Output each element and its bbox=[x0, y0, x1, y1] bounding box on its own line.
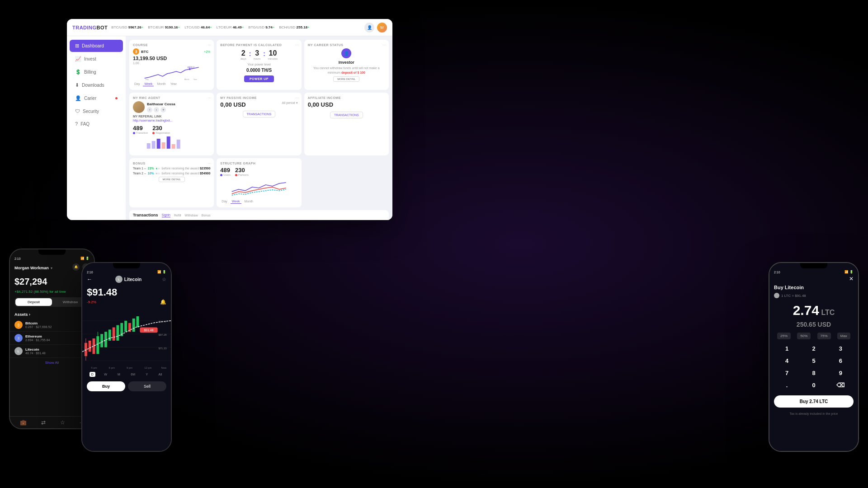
scene: TRADINGBOT BTC/USD 9967.26+ BTC/EUR 9190… bbox=[0, 0, 868, 488]
num-3[interactable]: 3 bbox=[828, 343, 854, 354]
num-6[interactable]: 6 bbox=[828, 355, 854, 366]
phone2-tab-d[interactable]: D bbox=[90, 372, 95, 377]
period-select[interactable]: All period ▾ bbox=[282, 101, 298, 105]
more-detail-button[interactable]: MORE DETAIL bbox=[333, 76, 359, 82]
pct-max-button[interactable]: Max bbox=[837, 333, 850, 339]
num-4[interactable]: 4 bbox=[774, 355, 800, 366]
trans-tab-bonus[interactable]: Bonus bbox=[202, 213, 211, 217]
structure-tab-day[interactable]: Day bbox=[220, 199, 228, 204]
ticker-ltcusd: LTC/USD 46.64+ bbox=[184, 25, 212, 29]
phone1-bell-icon[interactable]: 🔔 bbox=[72, 263, 80, 271]
course-menu[interactable]: ··· bbox=[208, 42, 212, 47]
structure-tab-week[interactable]: Week bbox=[231, 199, 241, 204]
chart-tab-day[interactable]: Day bbox=[133, 82, 141, 86]
svg-rect-6 bbox=[152, 141, 156, 149]
chart-tab-year[interactable]: Year bbox=[169, 82, 178, 86]
payment-menu[interactable]: ··· bbox=[295, 42, 299, 47]
facebook-icon[interactable]: f bbox=[147, 107, 152, 113]
power-value: 0.0000 TH/S bbox=[220, 68, 297, 73]
security-icon: 🛡 bbox=[75, 108, 80, 114]
phone2-header: ← Ł Litecoin ☆ bbox=[82, 274, 171, 285]
num-dot[interactable]: . bbox=[774, 380, 800, 391]
phone3-close-button[interactable]: ✕ bbox=[769, 274, 858, 284]
num-0[interactable]: 0 bbox=[801, 380, 826, 391]
ltc-asset-name: Litecoin bbox=[25, 347, 46, 352]
power-level-label: Your power level bbox=[220, 63, 297, 66]
countdown-hours: 3 hours bbox=[254, 49, 260, 60]
phone2-notch bbox=[113, 263, 140, 268]
avatar[interactable]: M bbox=[377, 23, 387, 33]
phone2-tab-y[interactable]: Y bbox=[144, 372, 150, 377]
bonus-more-detail-button[interactable]: MORE DETAIL bbox=[159, 177, 185, 182]
investor-title: Investor bbox=[308, 60, 385, 65]
trans-tab-withdraw[interactable]: Withdraw bbox=[185, 213, 198, 217]
phone3-buy-button[interactable]: Buy 2.74 LTC bbox=[774, 395, 854, 408]
num-7[interactable]: 7 bbox=[774, 367, 800, 379]
svg-text:Now: Now bbox=[161, 366, 167, 369]
structure-tab-month[interactable]: Month bbox=[243, 199, 255, 204]
num-backspace[interactable]: ⌫ bbox=[828, 380, 854, 391]
nav-star-icon[interactable]: ☆ bbox=[60, 419, 65, 426]
pct-75-button[interactable]: 75% bbox=[817, 333, 831, 339]
ticker-bar: BTC/USD 9967.26+ BTC/EUR 9190.16+ LTC/US… bbox=[111, 25, 361, 29]
num-8[interactable]: 8 bbox=[801, 367, 826, 379]
phone3-disclaimer: Tax is already included in the price bbox=[769, 410, 858, 417]
chart-tab-month[interactable]: Month bbox=[156, 82, 167, 86]
sidebar-item-invest[interactable]: 📈 Invest bbox=[70, 53, 123, 65]
num-2[interactable]: 2 bbox=[801, 343, 826, 354]
career-menu[interactable]: ··· bbox=[382, 42, 386, 47]
num-1[interactable]: 1 bbox=[774, 343, 800, 354]
num-5[interactable]: 5 bbox=[801, 355, 826, 366]
btc-asset-amount: 0.267 · $27,698.52 bbox=[25, 325, 52, 328]
affiliate-transactions-button[interactable]: TRANSACTIONS bbox=[330, 112, 363, 118]
bonus-team1-label: Team 1 – bbox=[133, 167, 146, 170]
logo-trading: TRADING bbox=[72, 25, 97, 30]
phone2-buy-button[interactable]: Buy bbox=[87, 381, 125, 391]
agent-menu[interactable]: ··· bbox=[208, 95, 212, 100]
phone2-back-button[interactable]: ← bbox=[87, 276, 92, 282]
phone2-sell-button[interactable]: Sell bbox=[128, 381, 166, 391]
notification-icon[interactable]: 👤 bbox=[364, 23, 374, 33]
phone2-ltc-icon: Ł bbox=[115, 276, 123, 283]
deposit-highlight: deposit of $ 100 bbox=[341, 71, 365, 74]
chart-tab-week[interactable]: Week bbox=[143, 82, 154, 86]
content: COURSE ··· ₿ BTC +2% 13,199.50 USD 1.00 bbox=[126, 36, 392, 220]
transactions-button[interactable]: TRANSACTIONS bbox=[243, 111, 276, 117]
phone2-star-icon[interactable]: ☆ bbox=[162, 277, 166, 282]
cards-row-2: MY RMC AGENT ··· Balthasar Cossa f t ✈ bbox=[129, 93, 389, 155]
dashboard-window: TRADINGBOT BTC/USD 9967.26+ BTC/EUR 9190… bbox=[67, 19, 392, 220]
svg-rect-27 bbox=[116, 325, 119, 341]
num-9[interactable]: 9 bbox=[828, 367, 854, 379]
countdown-days: 2 days bbox=[241, 49, 246, 60]
nav-wallet-icon[interactable]: 💼 bbox=[20, 419, 27, 426]
structure-stat-partners: 230 Partners bbox=[235, 167, 249, 176]
bonus-menu[interactable]: ··· bbox=[208, 161, 212, 165]
sidebar-item-dashboard[interactable]: ⊞ Dashboard bbox=[70, 40, 123, 52]
sidebar-item-downloads[interactable]: ⬇ Downloads bbox=[70, 79, 123, 91]
phone2-tab-6m[interactable]: 6M bbox=[129, 372, 137, 377]
pct-50-button[interactable]: 50% bbox=[797, 333, 811, 339]
nav-swap-icon[interactable]: ⇄ bbox=[41, 419, 46, 426]
pct-25-button[interactable]: 25% bbox=[777, 333, 791, 339]
sidebar-item-faq[interactable]: ? FAQ bbox=[70, 118, 123, 130]
ticker-btcusd: BTC/USD 9967.26+ bbox=[111, 25, 143, 29]
twitter-icon[interactable]: t bbox=[154, 107, 159, 113]
structure-graph bbox=[220, 178, 297, 196]
phone1-tab-deposit[interactable]: Deposit bbox=[15, 298, 52, 306]
telegram-icon[interactable]: ✈ bbox=[160, 107, 166, 113]
phone2-tab-w[interactable]: W bbox=[102, 372, 109, 377]
power-up-button[interactable]: POWER UP bbox=[244, 75, 274, 82]
sidebar-item-carier[interactable]: 👤 Carier bbox=[70, 92, 123, 104]
trans-tab-refill[interactable]: Refill bbox=[174, 213, 181, 217]
phone2-tab-m[interactable]: M bbox=[116, 372, 122, 377]
sidebar-item-billing[interactable]: 💲 Billing bbox=[70, 66, 123, 78]
phone2-bell-icon[interactable]: 🔔 bbox=[160, 299, 166, 305]
sidebar-item-security[interactable]: 🛡 Security bbox=[70, 105, 123, 117]
svg-rect-31 bbox=[132, 319, 135, 332]
billing-icon: 💲 bbox=[75, 69, 81, 75]
trans-tab-signin[interactable]: Signin bbox=[162, 213, 170, 217]
phone2-tab-all[interactable]: All bbox=[156, 372, 164, 377]
svg-rect-16 bbox=[85, 343, 87, 356]
passive-menu[interactable]: ··· bbox=[295, 95, 299, 100]
phone1-tabs: Deposit Withdraw bbox=[14, 297, 90, 307]
